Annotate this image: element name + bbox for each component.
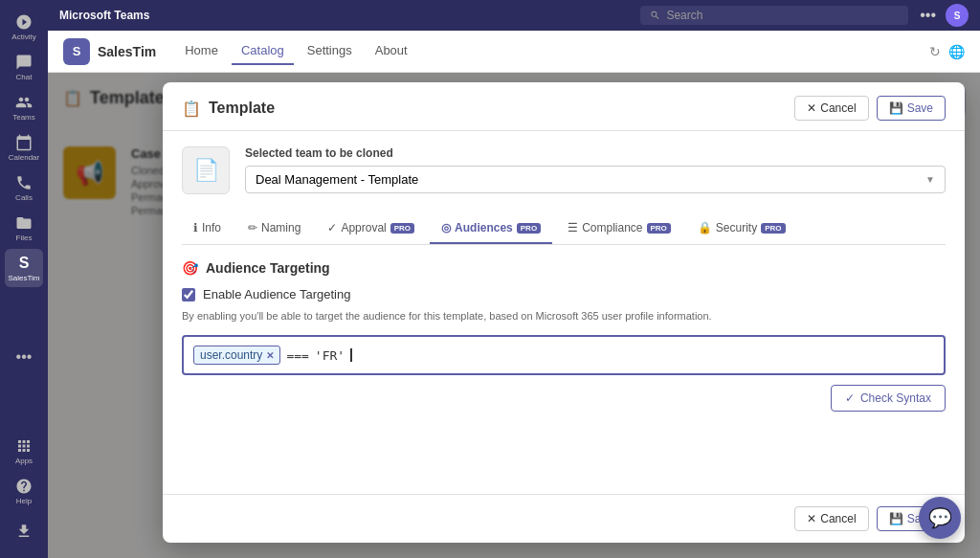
compliance-tab-icon: ☰ [568,221,578,234]
team-select-row: 📄 Selected team to be cloned Deal Manage… [182,146,946,194]
approval-tab-icon: ✓ [327,221,337,234]
token-value: user.country [200,348,262,362]
tab-approval[interactable]: ✓ Approval Pro [316,213,426,244]
app-title: Microsoft Teams [59,9,640,22]
nav-catalog[interactable]: Catalog [232,37,294,65]
team-file-icon: 📄 [193,158,219,183]
enable-audience-checkbox[interactable] [182,288,195,301]
dialog-header-actions: ✕ Cancel 💾 Save [794,96,946,121]
tab-naming-label: Naming [261,221,301,234]
checkbox-label[interactable]: Enable Audience Targeting [203,287,350,301]
avatar[interactable]: S [946,4,969,27]
dialog-title: 📋 Template [182,100,275,118]
sidebar-item-calls[interactable]: Calls [5,168,43,207]
team-select-content: Selected team to be cloned Deal Manageme… [245,146,946,193]
app-nav: Home Catalog Settings About [175,37,416,65]
refresh-icon[interactable]: ↻ [929,44,941,59]
team-dropdown[interactable]: Deal Management - Template ▼ [245,166,946,193]
search-input[interactable] [666,9,899,22]
sidebar-item-teams-label: Teams [12,113,35,122]
tab-info-label: Info [202,221,221,234]
sidebar-item-activity[interactable]: Activity [5,8,43,46]
audiences-pro-badge: Pro [517,223,541,234]
team-field-label: Selected team to be cloned [245,146,946,160]
sidebar-item-download[interactable] [5,512,43,550]
sidebar-item-teams[interactable]: Teams [5,88,43,126]
sidebar-item-files-label: Files [16,234,33,242]
enable-checkbox-row: Enable Audience Targeting [182,287,946,301]
team-dropdown-value: Deal Management - Template [256,172,418,187]
search-bar[interactable] [640,6,908,25]
info-tab-icon: ℹ [193,221,198,234]
app-logo: S [63,38,90,65]
nav-home[interactable]: Home [175,37,228,65]
audience-targeting-icon: 🎯 [182,260,198,276]
help-text: By enabling you'll be able to target the… [182,309,946,324]
sidebar-item-calendar[interactable]: Calendar [5,128,43,167]
titlebar: Microsoft Teams ••• S [48,0,980,31]
check-syntax-label: Check Syntax [860,391,931,405]
security-tab-icon: 🔒 [698,221,712,234]
tab-approval-label: Approval [341,221,386,234]
tab-security[interactable]: 🔒 Security Pro [686,213,797,244]
tab-info[interactable]: ℹ Info [182,213,233,244]
syntax-check-icon: ✓ [845,391,855,405]
section-title: Audience Targeting [206,260,330,276]
tab-audiences[interactable]: ◎ Audiences Pro [430,213,552,244]
template-dialog: 📋 Template ✕ Cancel 💾 Save 📄 [163,82,965,543]
search-icon [650,10,660,21]
chat-support-button[interactable]: 💬 [919,497,961,539]
sidebar-item-salestim-label: SalesTim [8,274,39,282]
template-icon: 📋 [182,100,201,118]
chevron-down-icon: ▼ [925,174,935,185]
save-icon: 💾 [889,101,903,115]
dialog-header: 📋 Template ✕ Cancel 💾 Save [163,82,965,131]
approval-pro-badge: Pro [390,223,414,234]
footer-cancel-button[interactable]: ✕ Cancel [794,506,868,531]
tab-compliance-label: Compliance [582,221,642,234]
sidebar-item-help-label: Help [16,497,32,505]
token-close-icon[interactable]: ✕ [266,350,274,361]
tab-bar: ℹ Info ✏ Naming ✓ Approval Pro ◎ Audienc… [182,213,946,245]
sidebar: Activity Chat Teams Calendar Calls Files… [0,0,48,558]
cursor [350,348,352,362]
dialog-footer: ✕ Cancel 💾 Save [163,494,965,543]
check-syntax-button[interactable]: ✓ Check Syntax [831,385,946,412]
sidebar-item-chat[interactable]: Chat [5,48,43,86]
tab-compliance[interactable]: ☰ Compliance Pro [556,213,682,244]
tab-audiences-label: Audiences [455,221,513,234]
sidebar-item-files[interactable]: Files [5,209,43,247]
more-icon[interactable]: ••• [920,7,936,24]
footer-cancel-icon: ✕ [807,512,816,525]
sidebar-item-apps[interactable]: Apps [5,432,43,470]
expression-token[interactable]: user.country ✕ [193,346,280,365]
sidebar-item-activity-label: Activity [11,33,35,41]
footer-save-icon: 💾 [889,512,903,525]
dialog-body: 📄 Selected team to be cloned Deal Manage… [163,131,965,494]
expression-input[interactable]: user.country ✕ === 'FR' [182,335,946,375]
expression-operator: === [286,348,308,363]
appbar: S SalesTim Home Catalog Settings About ↻… [48,31,980,73]
sidebar-item-help[interactable]: Help [5,472,43,510]
nav-about[interactable]: About [366,37,417,65]
naming-tab-icon: ✏ [248,221,257,234]
compliance-pro-badge: Pro [647,223,671,234]
security-pro-badge: Pro [761,223,785,234]
sidebar-item-salestim[interactable]: S SalesTim [5,249,43,287]
tab-naming[interactable]: ✏ Naming [236,213,312,244]
globe-icon[interactable]: 🌐 [948,44,965,59]
header-cancel-button[interactable]: ✕ Cancel [794,96,868,121]
team-icon: 📄 [182,146,230,194]
main-content: 📋 Templates Catalog My Requests 3 📢 Case… [48,73,980,558]
titlebar-right: ••• S [920,4,969,27]
tab-security-label: Security [716,221,757,234]
sidebar-more-button[interactable]: ••• [16,348,33,366]
app-name: SalesTim [98,44,156,59]
appbar-right: ↻ 🌐 [929,44,965,59]
nav-settings[interactable]: Settings [298,37,362,65]
expression-value: 'FR' [315,348,345,363]
sidebar-item-apps-label: Apps [15,457,33,465]
header-save-button[interactable]: 💾 Save [877,96,946,121]
audiences-tab-icon: ◎ [441,221,451,234]
sidebar-item-calendar-label: Calendar [9,153,39,162]
